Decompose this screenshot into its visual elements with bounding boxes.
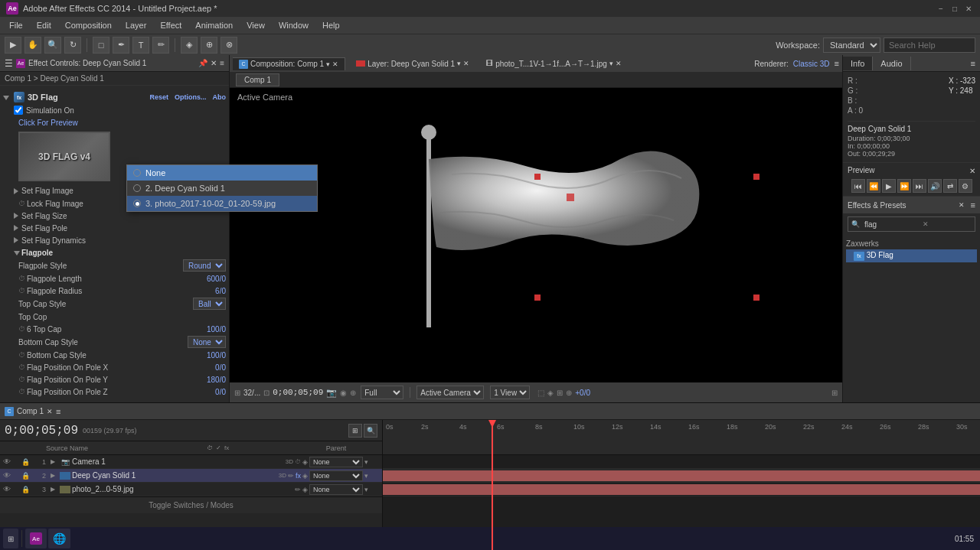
viewer-options-btn2[interactable]: ◉ xyxy=(340,389,347,397)
tool-extra3[interactable]: ⊗ xyxy=(220,37,237,54)
dropdown-deep-cyan[interactable]: 2. Deep Cyan Solid 1 xyxy=(127,181,317,196)
renderer-value[interactable]: Classic 3D xyxy=(793,60,830,68)
flag-preview-image[interactable]: 3D FLAG v4 xyxy=(18,132,110,181)
menu-help[interactable]: Help xyxy=(316,19,346,31)
flag-pos-y-value[interactable]: 180/0 xyxy=(207,376,226,384)
menu-effect[interactable]: Effect xyxy=(154,19,188,31)
viewer-options-btn3[interactable]: ⊕ xyxy=(350,389,356,397)
layer-name-2[interactable]: Deep Cyan Solid 1 xyxy=(72,471,277,480)
reset-btn[interactable]: Reset xyxy=(149,93,168,101)
parent-select-1[interactable]: None xyxy=(309,457,363,467)
stopwatch-fp-rad[interactable]: ⏱ xyxy=(18,287,25,295)
eye-icon-2[interactable]: 👁 xyxy=(3,471,11,480)
footage-viewer-tab[interactable]: 🎞 photo_T...1V-1→1f...A→T→1.jpg ▾ ✕ xyxy=(480,58,628,70)
flagpole-length-value[interactable]: 600/0 xyxy=(207,275,226,283)
viewer-extra-icon2[interactable]: ◈ xyxy=(547,389,554,397)
menu-edit[interactable]: Edit xyxy=(31,19,57,31)
top-cap-scale-value[interactable]: 100/0 xyxy=(207,325,226,334)
close-button[interactable]: ✕ xyxy=(963,3,974,14)
panel-options-info[interactable]: ≡ xyxy=(966,59,980,68)
stopwatch-bot-cap[interactable]: ⏱ xyxy=(18,351,25,359)
tool-arrow[interactable]: ▶ xyxy=(5,37,21,54)
tool-rect[interactable]: □ xyxy=(93,37,109,54)
stopwatch-lock[interactable]: ⏱ xyxy=(18,200,25,207)
prev-fwd[interactable]: ⏩ xyxy=(897,179,911,193)
flag-pos-x-value[interactable]: 0/0 xyxy=(215,363,226,372)
corner-handle-tl[interactable] xyxy=(753,174,760,180)
layer-tab-menu[interactable]: ▾ xyxy=(457,60,461,67)
menu-composition[interactable]: Composition xyxy=(59,19,118,31)
menu-file[interactable]: File xyxy=(3,19,29,31)
minimize-button[interactable]: − xyxy=(936,3,946,14)
viewer-expand-icon[interactable]: ⊞ xyxy=(831,389,838,397)
tool-text[interactable]: T xyxy=(132,37,149,54)
search-clear[interactable]: ✕ xyxy=(923,220,929,228)
twirl-flag-img[interactable] xyxy=(14,187,21,196)
panel-menu-icon[interactable]: ☰ xyxy=(5,58,13,69)
tool-hand[interactable]: ✋ xyxy=(24,37,41,54)
comp-1-tab[interactable]: Comp 1 xyxy=(236,73,279,86)
top-cap-style-select[interactable]: Ball xyxy=(193,298,226,310)
timeline-timecode[interactable]: 0;00;05;09 xyxy=(5,424,78,438)
menu-animation[interactable]: Animation xyxy=(189,19,239,31)
flag-pos-z-value[interactable]: 0/0 xyxy=(215,388,226,396)
stopwatch-flag-z[interactable]: ⏱ xyxy=(18,388,25,395)
panel-pin-icon[interactable]: 📌 xyxy=(198,59,207,67)
viewer-options-icon[interactable]: ≡ xyxy=(835,59,839,68)
layer-lock-1[interactable]: 🔒 xyxy=(20,457,31,467)
menu-view[interactable]: View xyxy=(240,19,271,31)
tl-btn1[interactable]: ⊞ xyxy=(348,424,362,438)
twirl-flagpole[interactable] xyxy=(14,248,21,257)
layer-name-1[interactable]: Camera 1 xyxy=(72,457,284,466)
options-btn[interactable]: Options... xyxy=(175,93,207,101)
tool-pen[interactable]: ✒ xyxy=(113,37,129,54)
comp-tab-menu[interactable]: ▾ xyxy=(326,60,330,68)
panel-close-icon[interactable]: ✕ xyxy=(211,59,217,67)
tool-zoom[interactable]: 🔍 xyxy=(44,37,61,54)
click-preview-label[interactable]: Click For Preview xyxy=(18,119,226,127)
3d-flag-effect-item[interactable]: fx 3D Flag xyxy=(846,249,977,262)
panel-options-icon[interactable]: ≡ xyxy=(220,59,224,67)
layer-name-3[interactable]: photo_2...0-59.jpg xyxy=(72,485,293,493)
workspace-select[interactable]: Standard xyxy=(823,37,880,53)
layer-viewer-tab[interactable]: Layer: Deep Cyan Solid 1 ▾ ✕ xyxy=(350,58,475,70)
layer-expand-2[interactable]: ▶ xyxy=(47,470,58,481)
layer-expand-3[interactable]: ▶ xyxy=(47,484,58,495)
effects-search-input[interactable] xyxy=(861,218,923,230)
bottom-cap-style-select[interactable]: None xyxy=(188,336,226,348)
dropdown-photo[interactable]: 3. photo_2017-10-02_01-20-59.jpg xyxy=(127,196,317,211)
zaxwerks-group-header[interactable]: Zaxwerks xyxy=(846,238,977,249)
stopwatch-fp-len[interactable]: ⏱ xyxy=(18,275,25,282)
prev-last[interactable]: ⏭ xyxy=(913,179,926,193)
layer-lock-3[interactable]: 🔒 xyxy=(20,484,31,495)
parent-arrow-3[interactable]: ▾ xyxy=(364,486,368,493)
tl-btn2[interactable]: 🔍 xyxy=(364,424,377,438)
parent-select-3[interactable]: None xyxy=(309,484,363,495)
parent-select-icon-1[interactable]: ◈ xyxy=(302,458,308,466)
track-bar-2[interactable] xyxy=(383,470,980,481)
tool-extra2[interactable]: ⊕ xyxy=(201,37,217,54)
simulation-on-checkbox[interactable] xyxy=(14,106,23,115)
menu-layer[interactable]: Layer xyxy=(119,19,153,31)
parent-select-icon-3[interactable]: ◈ xyxy=(302,486,308,493)
prev-back[interactable]: ⏪ xyxy=(867,179,880,193)
view-select[interactable]: 1 View xyxy=(490,386,530,399)
prev-audio[interactable]: 🔊 xyxy=(928,179,942,193)
search-help-input[interactable] xyxy=(884,37,975,53)
camera-select[interactable]: Active Camera xyxy=(416,386,484,399)
stopwatch-flag-y[interactable]: ⏱ xyxy=(18,376,25,383)
parent-select-icon-2[interactable]: ◈ xyxy=(302,472,308,480)
dropdown-none[interactable]: None xyxy=(127,165,317,181)
twirl-3d-flag[interactable] xyxy=(3,93,11,102)
tool-rotate[interactable]: ↻ xyxy=(64,37,81,54)
layer-lock-2[interactable]: 🔒 xyxy=(20,470,31,481)
parent-select-2[interactable]: None xyxy=(309,470,363,481)
stopwatch-flag-x[interactable]: ⏱ xyxy=(18,363,25,371)
taskbar-ae[interactable]: Ae xyxy=(25,529,47,548)
tab-info[interactable]: Info xyxy=(843,57,873,70)
viewer-extra-icon4[interactable]: ⊕ xyxy=(566,389,572,397)
prev-first[interactable]: ⏮ xyxy=(851,179,865,193)
footage-tab-close[interactable]: ✕ xyxy=(616,60,622,67)
footage-tab-menu[interactable]: ▾ xyxy=(609,60,613,67)
preview-close[interactable]: ✕ xyxy=(969,167,975,175)
